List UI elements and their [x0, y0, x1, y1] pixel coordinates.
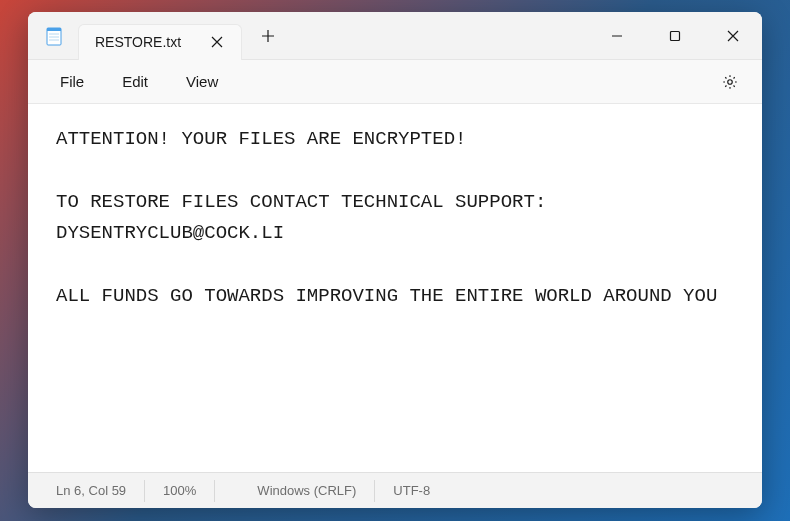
document-tab[interactable]: RESTORE.txt	[78, 24, 242, 60]
minimize-button[interactable]	[588, 12, 646, 59]
svg-point-7	[728, 79, 733, 84]
status-encoding: UTF-8	[375, 480, 448, 502]
status-position: Ln 6, Col 59	[28, 480, 145, 502]
menu-edit[interactable]: Edit	[104, 67, 166, 96]
menu-view[interactable]: View	[168, 67, 236, 96]
svg-rect-1	[47, 28, 61, 31]
notepad-window: RESTORE.txt File Edit View	[28, 12, 762, 508]
titlebar: RESTORE.txt	[28, 12, 762, 60]
close-tab-button[interactable]	[205, 30, 229, 54]
menu-file[interactable]: File	[42, 67, 102, 96]
tab-title: RESTORE.txt	[95, 34, 181, 50]
close-window-button[interactable]	[704, 12, 762, 59]
window-controls	[588, 12, 762, 59]
menubar: File Edit View	[28, 60, 762, 104]
settings-button[interactable]	[712, 64, 748, 100]
new-tab-button[interactable]	[250, 18, 286, 54]
svg-rect-6	[671, 31, 680, 40]
text-content[interactable]: ATTENTION! YOUR FILES ARE ENCRYPTED! TO …	[28, 104, 762, 472]
notepad-app-icon	[44, 26, 64, 46]
statusbar: Ln 6, Col 59 100% Windows (CRLF) UTF-8	[28, 472, 762, 508]
maximize-button[interactable]	[646, 12, 704, 59]
status-zoom: 100%	[145, 480, 215, 502]
status-line-ending: Windows (CRLF)	[239, 480, 375, 502]
